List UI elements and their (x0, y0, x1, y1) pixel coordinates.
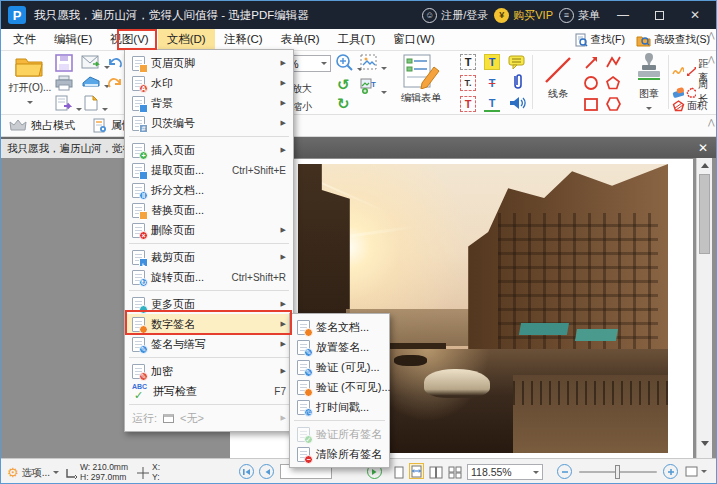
menu-item-sign-annotate[interactable]: ✎ 签名与缮写▶ (125, 334, 293, 354)
vertical-scrollbar[interactable] (696, 158, 712, 458)
submenu-item-clear-all[interactable]: − 清除所有签名 (290, 444, 389, 464)
first-page-button[interactable] (239, 464, 254, 479)
find-button[interactable]: 查找(F) (575, 33, 625, 47)
rotate-left-button[interactable]: ↺ (337, 78, 350, 92)
scroll-up-icon[interactable] (701, 163, 709, 168)
advanced-find-button[interactable]: 高级查找(S) (636, 33, 710, 47)
collapse-toolbar-icon[interactable]: ⋀ (708, 56, 715, 64)
menu-form[interactable]: 表单(R) (272, 29, 329, 50)
zoom-slider-track[interactable] (579, 471, 657, 473)
menu-item-bates-numbering[interactable]: # 贝茨编号▶ (125, 113, 293, 133)
fit-page-button[interactable] (685, 466, 707, 477)
menu-item-delete-pages[interactable]: × 删除页面▶ (125, 220, 293, 240)
open-button[interactable]: 打开(O)... (7, 53, 53, 107)
print-button[interactable] (55, 75, 73, 93)
zoom-out-label[interactable]: 缩小 (292, 100, 312, 114)
area-tool[interactable]: 面积 (672, 99, 707, 113)
menu-item-watermark[interactable]: A 水印▶ (125, 73, 293, 93)
options-button[interactable]: ⚙ 选项... (7, 465, 59, 480)
highlight-text-tool[interactable]: T (484, 54, 500, 70)
rotate-right-button[interactable]: ↻ (337, 97, 350, 111)
scroll-down-icon[interactable] (701, 441, 709, 446)
menu-window[interactable]: 窗口(W) (384, 29, 444, 50)
previous-page-button[interactable] (259, 464, 274, 479)
zoom-out-button[interactable] (557, 464, 572, 479)
edit-form-button[interactable]: 编辑表单 (389, 53, 453, 105)
collapse-menubar-icon[interactable]: ⋀ (708, 32, 715, 40)
text-box-tool[interactable]: T. (460, 75, 476, 91)
tab-close-icon[interactable]: ✕ (690, 141, 716, 155)
zoom-in-label[interactable]: 放大 (292, 82, 312, 96)
pentagon-tool[interactable] (605, 75, 622, 94)
stamp-button[interactable]: 图章 (629, 53, 669, 113)
menu-file[interactable]: 文件 (4, 29, 45, 50)
menu-item-spell-check[interactable]: ABC✓ 拼写检查F7 (125, 381, 293, 401)
redo-button[interactable] (107, 75, 123, 92)
exclusive-mode-button[interactable]: 独占模式 (9, 118, 75, 133)
menu-item-rotate-pages[interactable]: ↻ 旋转页面...Ctrl+Shift+R (125, 267, 293, 287)
menu-item-extract-pages[interactable]: 提取页面...Ctrl+Shift+E (125, 160, 293, 180)
menu-item-more-pages[interactable]: … 更多页面▶ (125, 294, 293, 314)
submenu-item-verify-visible[interactable]: ✎ 验证 (可见)... (290, 357, 389, 377)
menu-item-background[interactable]: 背景▶ (125, 93, 293, 113)
status-zoom-combo[interactable]: 118.55% (467, 464, 543, 480)
rectangle-tool[interactable] (583, 96, 600, 115)
menu-item-encrypt[interactable]: ✎ 加密▶ (125, 361, 293, 381)
menu-item-insert-pages[interactable]: + 插入页面▶ (125, 140, 293, 160)
scrollbar-thumb[interactable] (699, 174, 710, 254)
polyline-tool[interactable] (605, 54, 622, 73)
single-page-view-button[interactable] (391, 464, 406, 480)
zoom-slider-handle[interactable] (615, 465, 620, 479)
app-menu-button[interactable]: ≡ 菜单 (559, 8, 600, 23)
submenu-item-sign-document[interactable]: 签名文档... (290, 317, 389, 337)
facing-pages-view-button[interactable] (428, 464, 443, 480)
maximize-button[interactable] (646, 5, 672, 25)
scan-button[interactable] (81, 75, 110, 91)
buy-vip-button[interactable]: ¥ 购买VIP (494, 8, 553, 23)
select-snapshot-button[interactable] (360, 54, 387, 73)
menu-view[interactable]: 视图(V) (101, 29, 157, 50)
export-button[interactable] (55, 95, 82, 114)
polygon-tool[interactable] (605, 96, 622, 115)
login-button[interactable]: ☺ 注册/登录 (422, 8, 488, 23)
menu-item-split-document[interactable]: ‖ 拆分文档... (125, 180, 293, 200)
menu-item-crop-pages[interactable]: ⌞ 裁剪页面▶ (125, 247, 293, 267)
submenu-item-place-signature[interactable]: ✎ 放置签名... (290, 337, 389, 357)
submenu-item-timestamp[interactable]: ◷ 打时间戳... (290, 397, 389, 417)
sound-comment-tool[interactable] (509, 95, 527, 113)
header-footer-icon (132, 56, 145, 71)
collapse-quickbar-icon[interactable]: ⋀ (708, 119, 715, 127)
menu-comment[interactable]: 注释(C) (215, 29, 272, 50)
zoom-in-button[interactable] (663, 464, 678, 479)
zoom-tool-button[interactable] (335, 53, 363, 74)
menu-edit[interactable]: 编辑(E) (45, 29, 101, 50)
menu-item-header-footer[interactable]: 页眉页脚▶ (125, 53, 293, 73)
menu-tools[interactable]: 工具(T) (329, 29, 385, 50)
save-button[interactable] (55, 54, 73, 74)
circle-tool[interactable] (583, 75, 600, 94)
underline-text-tool[interactable]: T (484, 96, 500, 112)
close-button[interactable]: ✕ (682, 5, 708, 25)
minimize-button[interactable]: — (610, 5, 636, 25)
undo-button[interactable] (107, 55, 123, 72)
menu-document[interactable]: 文档(D) (158, 29, 215, 50)
text-select-tool[interactable]: T (460, 54, 476, 70)
strikethrough-text-tool[interactable]: T (484, 75, 500, 91)
submenu-arrow-icon: ▶ (281, 414, 286, 422)
new-page-button[interactable] (83, 95, 108, 114)
multi-page-view-button[interactable] (447, 464, 462, 480)
text-edit-tool[interactable]: T (460, 96, 476, 112)
line-tool-button[interactable]: 线条 (538, 55, 578, 101)
arrow-tool[interactable] (583, 54, 600, 73)
digital-signature-submenu: 签名文档... ✎ 放置签名... ✎ 验证 (可见)... 验证 (不可见).… (289, 313, 390, 468)
note-comment-tool[interactable] (508, 55, 526, 72)
crosshair-icon (137, 467, 149, 479)
select-image-text-button[interactable]: T (360, 78, 387, 97)
submenu-item-verify-invisible[interactable]: 验证 (不可见)... (290, 377, 389, 397)
zoom-slider[interactable] (579, 471, 657, 473)
menu-item-replace-pages[interactable]: 替换页面... (125, 200, 293, 220)
menu-item-digital-signature[interactable]: 数字签名▶ (125, 314, 293, 334)
fit-width-view-button[interactable] (409, 463, 424, 479)
attach-file-tool[interactable] (511, 73, 523, 93)
email-button[interactable] (81, 55, 110, 72)
